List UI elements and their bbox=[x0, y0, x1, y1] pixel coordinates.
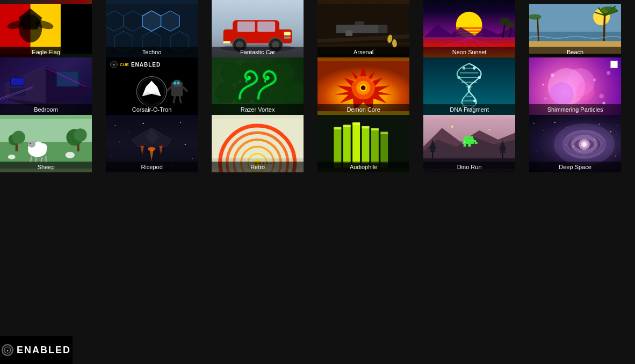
svg-point-254 bbox=[565, 144, 566, 144]
svg-point-58 bbox=[507, 23, 515, 28]
svg-point-238 bbox=[554, 122, 555, 123]
svg-point-138 bbox=[544, 97, 547, 100]
svg-rect-231 bbox=[463, 142, 464, 143]
svg-point-125 bbox=[478, 76, 481, 79]
svg-point-135 bbox=[551, 74, 554, 77]
svg-rect-82 bbox=[57, 71, 78, 86]
svg-point-236 bbox=[533, 123, 535, 124]
svg-marker-175 bbox=[150, 150, 154, 161]
svg-point-174 bbox=[159, 145, 163, 147]
svg-rect-149 bbox=[16, 144, 18, 151]
svg-point-153 bbox=[39, 143, 47, 152]
svg-point-164 bbox=[142, 123, 143, 124]
svg-point-178 bbox=[110, 156, 111, 156]
svg-point-126 bbox=[468, 85, 471, 88]
svg-point-155 bbox=[30, 143, 31, 144]
tile-fantastic-car[interactable]: Fantastic Car bbox=[212, 0, 304, 57]
bottom-bar: ● ENABLED bbox=[0, 336, 73, 364]
svg-point-139 bbox=[607, 71, 610, 75]
tile-dino-run-label: Dino Run bbox=[423, 162, 515, 172]
svg-point-237 bbox=[543, 130, 543, 130]
svg-point-160 bbox=[66, 152, 75, 158]
svg-rect-228 bbox=[464, 144, 466, 147]
svg-point-252 bbox=[601, 142, 602, 142]
svg-rect-203 bbox=[334, 127, 341, 129]
svg-rect-200 bbox=[362, 127, 370, 163]
tile-neon-sunset[interactable]: Neon Sunset bbox=[423, 0, 515, 57]
bottom-cue-icon: ● bbox=[2, 344, 13, 356]
svg-rect-201 bbox=[371, 129, 379, 163]
tile-sheep[interactable]: Sheep bbox=[0, 115, 92, 172]
svg-point-163 bbox=[129, 132, 129, 133]
tile-beach-label: Beach bbox=[529, 47, 621, 57]
svg-rect-205 bbox=[352, 122, 360, 125]
tile-dna-fragment-label: DNA Fragment bbox=[423, 104, 515, 115]
tile-fantastic-car-label: Fantastic Car bbox=[212, 47, 304, 57]
svg-point-148 bbox=[12, 131, 25, 144]
svg-line-94 bbox=[174, 96, 175, 103]
tile-demon-core-label: Demon Core bbox=[318, 104, 409, 115]
svg-point-251 bbox=[594, 139, 595, 140]
svg-point-91 bbox=[177, 82, 179, 84]
svg-point-162 bbox=[115, 125, 116, 126]
svg-point-128 bbox=[463, 67, 465, 69]
tile-bedroom-label: Bedroom bbox=[0, 104, 92, 115]
svg-rect-34 bbox=[336, 25, 378, 33]
svg-line-63 bbox=[604, 13, 605, 41]
svg-point-167 bbox=[190, 135, 190, 135]
tile-shimmering-particles[interactable]: Shimmering Particles bbox=[529, 57, 621, 115]
svg-rect-233 bbox=[475, 142, 478, 143]
tile-retro-label: Retro bbox=[212, 162, 304, 172]
svg-rect-208 bbox=[380, 132, 388, 134]
svg-rect-235 bbox=[489, 129, 490, 130]
tile-sheep-label: Sheep bbox=[0, 162, 92, 172]
tile-checkbox[interactable] bbox=[610, 61, 618, 68]
svg-point-173 bbox=[140, 145, 144, 147]
svg-rect-78 bbox=[11, 78, 24, 85]
svg-point-133 bbox=[550, 82, 573, 105]
svg-rect-204 bbox=[343, 125, 351, 127]
tile-razer-vortex-label: Razer Vortex bbox=[212, 104, 304, 115]
tile-arsenal[interactable]: Arsenal bbox=[318, 0, 409, 57]
svg-rect-27 bbox=[284, 32, 291, 35]
svg-marker-104 bbox=[284, 83, 304, 103]
svg-point-114 bbox=[361, 85, 366, 90]
svg-rect-36 bbox=[345, 31, 352, 36]
bottom-enabled-label: ENABLED bbox=[17, 345, 71, 356]
tile-razer-vortex[interactable]: Razer Vortex bbox=[212, 57, 304, 115]
svg-rect-197 bbox=[334, 128, 341, 163]
svg-point-90 bbox=[174, 82, 176, 84]
tile-beach[interactable]: Beach bbox=[529, 0, 621, 57]
tile-ricepod-label: Ricepod bbox=[106, 162, 198, 172]
svg-point-129 bbox=[457, 76, 460, 79]
svg-rect-199 bbox=[352, 123, 360, 163]
svg-point-169 bbox=[185, 144, 186, 145]
svg-rect-202 bbox=[380, 133, 388, 163]
tile-eagle-flag[interactable]: Eagle Flag bbox=[0, 0, 92, 57]
tile-deep-space[interactable]: Deep Space bbox=[529, 115, 621, 172]
svg-point-134 bbox=[576, 82, 595, 101]
tile-demon-core[interactable]: Demon Core bbox=[318, 57, 409, 115]
svg-point-166 bbox=[180, 122, 181, 123]
tile-techno-label: Techno bbox=[106, 47, 198, 57]
svg-point-240 bbox=[598, 124, 600, 125]
svg-point-68 bbox=[600, 6, 617, 14]
tile-corsair-o-tron-label: Corsair-O-Tron bbox=[106, 104, 198, 115]
svg-rect-198 bbox=[343, 126, 351, 163]
tile-corsair-o-tron[interactable]: ● CUE ENABLED bbox=[106, 57, 198, 115]
tile-dino-run[interactable]: Dino Run bbox=[423, 115, 515, 172]
svg-line-92 bbox=[167, 87, 171, 92]
tile-bedroom[interactable]: Bedroom bbox=[0, 57, 92, 115]
svg-rect-146 bbox=[77, 144, 79, 151]
svg-rect-22 bbox=[257, 21, 275, 32]
tile-audiophile-label: Audiophile bbox=[318, 162, 409, 172]
tile-neon-sunset-label: Neon Sunset bbox=[423, 47, 515, 57]
tile-techno[interactable]: Techno bbox=[106, 0, 198, 57]
tile-audiophile[interactable]: Audiophile bbox=[318, 115, 409, 172]
svg-point-242 bbox=[617, 125, 618, 126]
tile-ricepod[interactable]: Ricepod bbox=[106, 115, 198, 172]
tile-retro[interactable]: Retro bbox=[212, 115, 304, 172]
tile-dna-fragment[interactable]: DNA Fragment bbox=[423, 57, 515, 115]
svg-line-93 bbox=[183, 87, 187, 92]
svg-point-168 bbox=[119, 142, 120, 143]
